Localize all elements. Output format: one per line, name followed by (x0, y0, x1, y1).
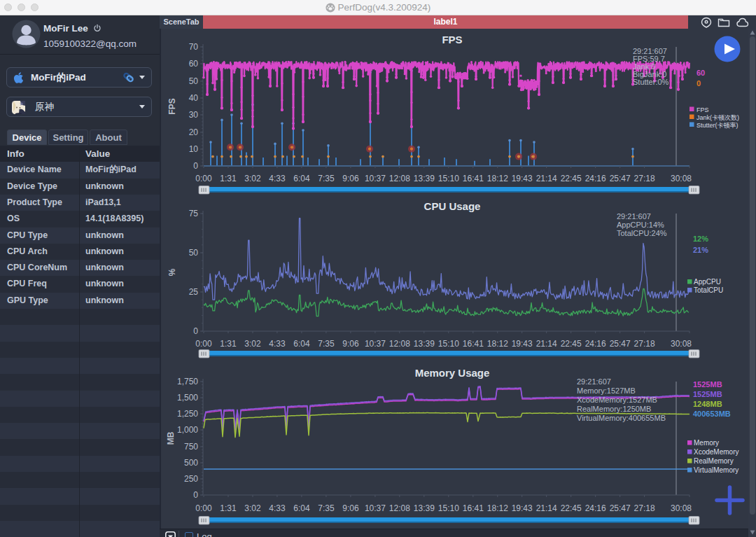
svg-text:1,000: 1,000 (177, 425, 198, 435)
svg-text:19:43: 19:43 (512, 174, 533, 183)
svg-text:12%: 12% (693, 235, 708, 243)
svg-text:FPS: FPS (696, 106, 709, 113)
svg-text:15:10: 15:10 (438, 503, 459, 513)
svg-text:1,750: 1,750 (177, 377, 198, 386)
svg-text:29:21:607: 29:21:607 (617, 212, 651, 221)
svg-text:16:41: 16:41 (463, 174, 484, 183)
svg-text:24:16: 24:16 (585, 339, 606, 349)
svg-text:25:47: 25:47 (610, 339, 631, 349)
svg-text:FPS: FPS (167, 98, 177, 114)
svg-text:TotalCPU:24%: TotalCPU:24% (617, 229, 667, 237)
svg-text:3:02: 3:02 (244, 503, 261, 513)
svg-text:15:10: 15:10 (438, 339, 459, 349)
svg-text:12:08: 12:08 (389, 503, 410, 513)
svg-text:22:45: 22:45 (561, 339, 582, 349)
svg-text:21%: 21% (693, 246, 708, 254)
svg-text:XcodeMemory:1527MB: XcodeMemory:1527MB (577, 396, 657, 404)
svg-text:19:43: 19:43 (512, 503, 533, 513)
svg-text:0:00: 0:00 (195, 174, 212, 183)
svg-text:AppCPU: AppCPU (694, 278, 721, 286)
svg-text:25:47: 25:47 (610, 503, 631, 513)
svg-text:10: 10 (189, 144, 199, 154)
svg-text:VirtualMemory:400655MB: VirtualMemory:400655MB (577, 414, 666, 422)
svg-text:10:37: 10:37 (365, 174, 386, 183)
svg-text:Memory Usage: Memory Usage (415, 367, 490, 379)
svg-text:13:39: 13:39 (414, 503, 435, 513)
svg-text:TotalCPU: TotalCPU (694, 286, 723, 294)
svg-text:29:21:607: 29:21:607 (577, 377, 611, 386)
svg-text:%: % (167, 268, 177, 276)
svg-text:VirtualMemory: VirtualMemory (694, 466, 738, 474)
svg-text:6:04: 6:04 (293, 339, 310, 349)
svg-text:0:00: 0:00 (195, 339, 212, 349)
svg-text:MB: MB (166, 431, 176, 445)
svg-text:AppCPU:14%: AppCPU:14% (617, 221, 664, 229)
svg-text:0:00: 0:00 (195, 503, 212, 513)
svg-text:1:31: 1:31 (220, 174, 237, 183)
svg-text:Stutter(卡顿率): Stutter(卡顿率) (696, 122, 738, 129)
svg-text:1:31: 1:31 (220, 339, 237, 349)
svg-text:13:39: 13:39 (414, 339, 435, 349)
svg-text:9:06: 9:06 (342, 174, 359, 183)
svg-text:1525MB: 1525MB (693, 390, 722, 398)
svg-text:70: 70 (189, 42, 199, 52)
svg-text:40: 40 (189, 93, 199, 103)
svg-text:15:10: 15:10 (438, 174, 459, 183)
svg-text:0: 0 (193, 161, 198, 171)
svg-text:1525MB: 1525MB (693, 380, 722, 389)
svg-text:9:06: 9:06 (342, 503, 359, 513)
svg-text:9:06: 9:06 (342, 339, 359, 349)
svg-text:400653MB: 400653MB (693, 410, 731, 418)
svg-text:Memory:1527MB: Memory:1527MB (577, 386, 636, 395)
svg-text:6:04: 6:04 (293, 503, 310, 513)
svg-text:21:14: 21:14 (536, 339, 557, 349)
svg-text:3:02: 3:02 (244, 174, 261, 183)
svg-text:FPS: FPS (442, 34, 462, 46)
svg-text:4:33: 4:33 (269, 503, 286, 513)
svg-text:18:12: 18:12 (487, 174, 508, 183)
svg-text:30:08: 30:08 (671, 339, 692, 349)
svg-text:6:04: 6:04 (293, 174, 310, 183)
svg-text:16:41: 16:41 (463, 503, 484, 513)
svg-text:60: 60 (189, 59, 199, 69)
svg-text:16:41: 16:41 (463, 339, 484, 349)
svg-text:750: 750 (184, 442, 198, 452)
svg-text:21:14: 21:14 (536, 174, 557, 183)
svg-text:50: 50 (189, 248, 199, 258)
svg-text:12:08: 12:08 (389, 174, 410, 183)
svg-text:10:37: 10:37 (365, 503, 386, 513)
svg-text:13:39: 13:39 (414, 174, 435, 183)
svg-text:18:12: 18:12 (487, 503, 508, 513)
svg-text:4:33: 4:33 (269, 339, 286, 349)
svg-text:24:16: 24:16 (585, 174, 606, 183)
svg-text:27:18: 27:18 (634, 503, 655, 513)
svg-text:1,500: 1,500 (177, 393, 198, 403)
svg-text:10:37: 10:37 (365, 339, 386, 349)
svg-text:27:18: 27:18 (634, 174, 655, 183)
svg-text:24:16: 24:16 (585, 503, 606, 513)
svg-text:25: 25 (189, 287, 199, 297)
svg-text:75: 75 (189, 209, 199, 218)
svg-text:27:18: 27:18 (634, 339, 655, 349)
svg-text:12:08: 12:08 (389, 339, 410, 349)
svg-text:500: 500 (184, 458, 198, 468)
svg-text:RealMemory:1250MB: RealMemory:1250MB (577, 405, 651, 413)
svg-text:4:33: 4:33 (269, 174, 286, 183)
svg-text:0: 0 (696, 79, 701, 88)
svg-text:1248MB: 1248MB (693, 400, 722, 408)
svg-text:50: 50 (189, 76, 199, 86)
svg-text:19:43: 19:43 (512, 339, 533, 349)
svg-text:21:14: 21:14 (536, 503, 557, 513)
svg-text:Stutter:0%: Stutter:0% (633, 78, 669, 86)
svg-text:Memory: Memory (694, 439, 719, 447)
svg-text:250: 250 (184, 474, 198, 484)
svg-text:0: 0 (193, 326, 198, 336)
svg-text:7:35: 7:35 (318, 339, 335, 349)
svg-text:RealMemory: RealMemory (694, 457, 734, 465)
svg-text:0: 0 (193, 490, 198, 500)
svg-text:30:08: 30:08 (671, 174, 692, 183)
svg-text:30: 30 (189, 110, 199, 120)
svg-text:Jank(卡顿次数): Jank(卡顿次数) (696, 114, 739, 121)
svg-text:20: 20 (189, 127, 199, 137)
svg-text:1,250: 1,250 (177, 409, 198, 419)
